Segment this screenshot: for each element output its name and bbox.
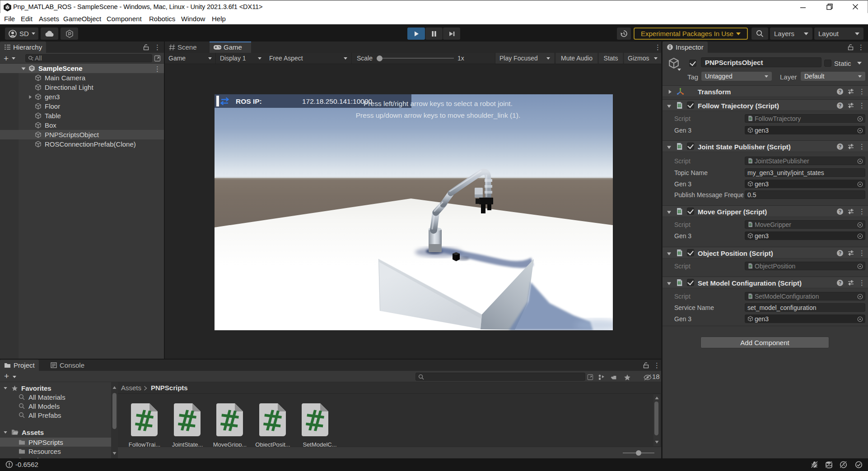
svg-text:Press up/down arrow keys to mo: Press up/down arrow keys to move shoulde… (356, 111, 520, 119)
svg-text:ROS IP:: ROS IP: (236, 97, 262, 105)
svg-text:172.18.250.141:10000: 172.18.250.141:10000 (302, 97, 373, 105)
svg-text:Press left/right arrow keys to: Press left/right arrow keys to select a … (364, 100, 513, 107)
